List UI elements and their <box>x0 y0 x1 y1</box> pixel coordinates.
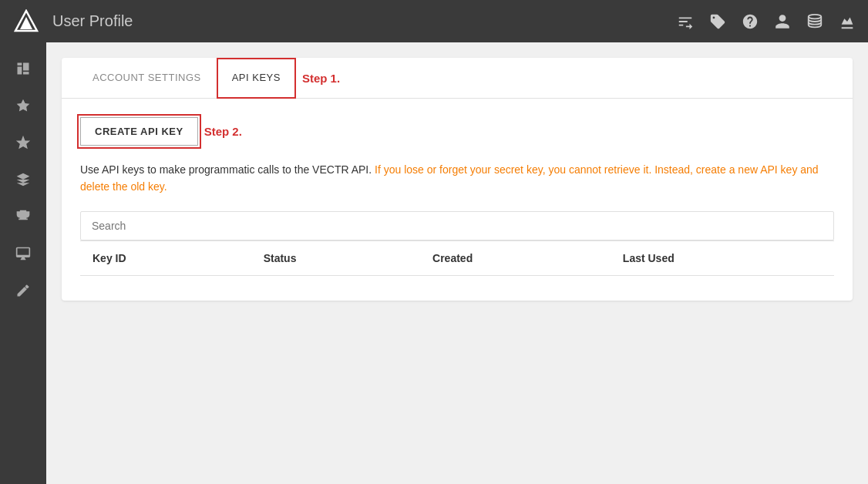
main-layout: ACCOUNT SETTINGS API KEYS Step 1. CREATE… <box>0 42 868 484</box>
step1-label: Step 1. <box>302 72 340 85</box>
svg-rect-6 <box>23 72 29 74</box>
nav-icon-group <box>677 13 856 30</box>
sidebar-item-monitor[interactable] <box>0 237 46 271</box>
sort-icon[interactable] <box>677 13 694 30</box>
search-wrapper <box>80 211 834 240</box>
col-header-created: Created <box>420 240 611 275</box>
svg-point-2 <box>809 14 822 18</box>
col-header-status: Status <box>251 240 420 275</box>
sidebar-item-trophy[interactable] <box>0 200 46 234</box>
content-area: ACCOUNT SETTINGS API KEYS Step 1. CREATE… <box>46 42 868 484</box>
database-icon[interactable] <box>806 13 823 30</box>
tag-icon[interactable] <box>709 13 726 30</box>
sidebar <box>0 42 46 484</box>
sidebar-item-favorites[interactable] <box>0 89 46 123</box>
sidebar-item-dashboard[interactable] <box>0 52 46 86</box>
logo <box>12 8 40 35</box>
svg-rect-5 <box>23 63 29 71</box>
help-icon[interactable] <box>742 13 759 30</box>
sidebar-item-badge[interactable] <box>0 126 46 160</box>
search-input[interactable] <box>80 211 834 240</box>
chart-icon[interactable] <box>839 13 856 30</box>
page-title: User Profile <box>52 12 677 30</box>
col-header-key-id: Key ID <box>80 240 251 275</box>
api-keys-table: Key ID Status Created Last Used <box>80 240 834 276</box>
info-text-plain: Use API keys to make programmatic calls … <box>80 163 372 176</box>
tab-account-settings[interactable]: ACCOUNT SETTINGS <box>77 58 217 99</box>
user-icon[interactable] <box>774 13 791 30</box>
svg-rect-4 <box>18 67 22 75</box>
create-api-key-row: CREATE API KEY Step 2. <box>80 117 834 146</box>
col-header-last-used: Last Used <box>611 240 834 275</box>
settings-card: ACCOUNT SETTINGS API KEYS Step 1. CREATE… <box>62 58 853 301</box>
create-api-key-button[interactable]: CREATE API KEY <box>80 117 198 146</box>
api-info-text: Use API keys to make programmatic calls … <box>80 161 834 196</box>
svg-rect-3 <box>18 63 22 66</box>
step2-label: Step 2. <box>204 125 242 138</box>
sidebar-item-tools[interactable] <box>0 274 46 308</box>
sidebar-item-plugins[interactable] <box>0 163 46 197</box>
tabs-container: ACCOUNT SETTINGS API KEYS Step 1. <box>62 58 853 99</box>
top-navigation: User Profile <box>0 0 868 42</box>
table-header-row: Key ID Status Created Last Used <box>80 240 834 275</box>
tab-api-keys[interactable]: API KEYS <box>217 58 296 99</box>
card-body: CREATE API KEY Step 2. Use API keys to m… <box>62 99 853 301</box>
